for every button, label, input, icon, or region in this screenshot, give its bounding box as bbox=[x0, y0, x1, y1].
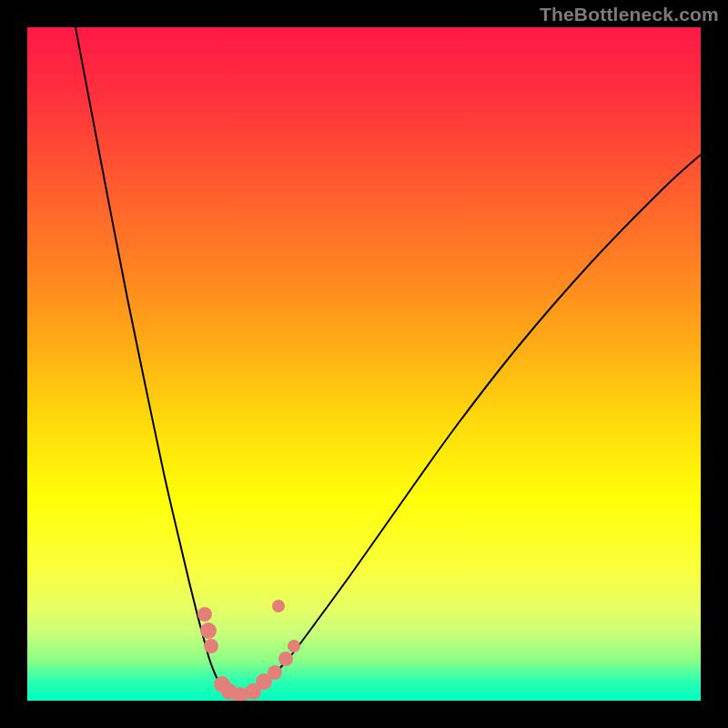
highlight-dot bbox=[268, 665, 282, 680]
highlight-dot bbox=[200, 622, 217, 639]
highlight-dot bbox=[272, 600, 285, 612]
chart-frame: TheBottleneck.com bbox=[0, 0, 728, 728]
highlight-dot bbox=[204, 639, 218, 653]
highlight-dots bbox=[197, 600, 300, 701]
highlight-dot bbox=[278, 652, 293, 666]
highlight-dot bbox=[288, 640, 300, 652]
curve-left bbox=[76, 27, 237, 699]
bottleneck-curve bbox=[27, 27, 701, 701]
highlight-dot bbox=[197, 607, 212, 622]
plot-area bbox=[27, 27, 701, 701]
watermark-text: TheBottleneck.com bbox=[540, 4, 719, 25]
curve-right bbox=[237, 155, 701, 699]
